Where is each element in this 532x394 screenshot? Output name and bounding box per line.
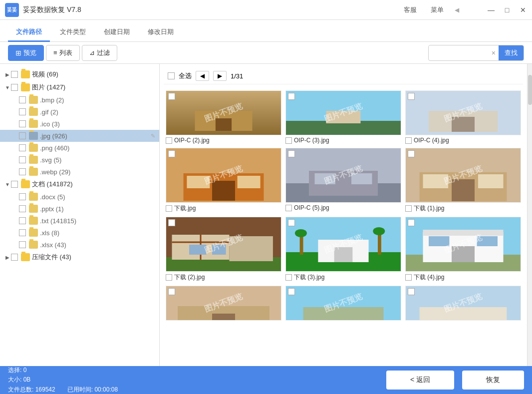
filter-btn[interactable]: ⊿ 过滤 <box>82 45 117 61</box>
image-checkbox-10[interactable] <box>168 288 175 295</box>
sidebar-item-docx[interactable]: .docx (5) <box>0 191 159 203</box>
back-btn[interactable]: < 返回 <box>386 371 454 390</box>
image-thumbnail[interactable]: 图片不预览 <box>285 217 401 272</box>
checkbox-images[interactable] <box>11 84 18 91</box>
checkbox-zip[interactable] <box>11 254 18 261</box>
checkbox-xls[interactable] <box>19 229 26 236</box>
image-thumbnail[interactable]: 图片不预览 <box>166 90 281 135</box>
folder-icon-pptx <box>29 205 38 213</box>
checkbox-ico[interactable] <box>19 120 26 127</box>
scrollbar-thumb[interactable] <box>528 75 532 105</box>
image-checkbox-3[interactable] <box>408 93 415 100</box>
label-checkbox-4[interactable] <box>166 205 172 212</box>
sidebar-item-ico[interactable]: .ico (3) <box>0 118 159 130</box>
label-checkbox-6[interactable] <box>405 205 412 212</box>
checkbox-xlsx[interactable] <box>19 241 26 248</box>
sidebar-item-zip[interactable]: ▶ 压缩文件 (43) <box>0 251 159 264</box>
label-checkbox-1[interactable] <box>166 137 172 144</box>
sidebar-label-docx: .docx (5) <box>40 193 65 201</box>
list-label: 列表 <box>59 48 72 57</box>
sidebar-item-jpg[interactable]: .jpg (926) ✎ <box>0 130 159 142</box>
image-thumbnail[interactable]: 图片不预览 <box>405 90 521 135</box>
image-thumbnail[interactable]: 图片不预览 <box>166 148 281 203</box>
checkbox-bmp[interactable] <box>19 96 26 103</box>
label-checkbox-7[interactable] <box>166 274 172 281</box>
image-thumbnail[interactable]: 图片不预览 <box>405 217 521 272</box>
image-checkbox-9[interactable] <box>408 219 415 226</box>
image-checkbox-5[interactable] <box>288 150 295 157</box>
checkbox-pptx[interactable] <box>19 205 26 212</box>
image-thumbnail[interactable]: 图片不预览 <box>405 286 521 321</box>
tab-modify-date[interactable]: 修改日期 <box>140 23 182 42</box>
sidebar-item-webp[interactable]: .webp (29) <box>0 166 159 178</box>
svg-rect-38 <box>189 245 207 255</box>
image-checkbox-6[interactable] <box>408 150 415 157</box>
image-thumbnail[interactable]: 图片不预览 <box>285 286 401 321</box>
sidebar-item-pptx[interactable]: .pptx (1) <box>0 203 159 215</box>
image-checkbox-8[interactable] <box>288 219 295 226</box>
restore-btn[interactable]: 恢复 <box>462 371 524 390</box>
svg-rect-44 <box>334 247 353 262</box>
image-checkbox-1[interactable] <box>168 93 175 100</box>
sidebar-item-gif[interactable]: .gif (2) <box>0 106 159 118</box>
checkbox-webp[interactable] <box>19 168 26 175</box>
filter-icon: ⊿ <box>89 49 95 56</box>
image-grid: 图片不预览 OIP-C (2).jpg 图片不预览 <box>164 88 523 323</box>
close-btn[interactable]: ✕ <box>519 6 527 14</box>
checkbox-png[interactable] <box>19 144 26 151</box>
image-checkbox-2[interactable] <box>288 93 295 100</box>
folder-icon-gif <box>29 108 38 116</box>
image-thumbnail[interactable]: 图片不预览 <box>285 148 401 203</box>
sidebar-item-docs[interactable]: ▼ 文档 (141872) <box>0 178 159 191</box>
prev-page-btn[interactable]: ◀ <box>196 71 209 81</box>
tab-file-type[interactable]: 文件类型 <box>52 23 94 42</box>
label-checkbox-2[interactable] <box>285 137 292 144</box>
checkbox-gif[interactable] <box>19 108 26 115</box>
sidebar-item-png[interactable]: .png (460) <box>0 142 159 154</box>
label-checkbox-5[interactable] <box>285 205 292 211</box>
sidebar-item-txt[interactable]: .txt (141815) <box>0 215 159 227</box>
image-checkbox-12[interactable] <box>408 288 415 295</box>
sidebar-item-bmp[interactable]: .bmp (2) <box>0 94 159 106</box>
sidebar-item-svg[interactable]: .svg (5) <box>0 154 159 166</box>
image-checkbox-4[interactable] <box>168 150 175 157</box>
checkbox-video[interactable] <box>11 71 18 78</box>
label-checkbox-3[interactable] <box>405 137 412 144</box>
tab-file-path[interactable]: 文件路径 <box>8 23 50 42</box>
image-checkbox-7[interactable] <box>168 219 175 226</box>
checkbox-jpg[interactable] <box>19 132 26 139</box>
label-checkbox-8[interactable] <box>285 274 292 281</box>
sidebar-item-xls[interactable]: .xls (8) <box>0 227 159 239</box>
list-view-btn[interactable]: ≡ 列表 <box>46 45 80 61</box>
select-all-checkbox[interactable] <box>168 72 175 79</box>
sidebar-item-images[interactable]: ▼ 图片 (1427) <box>0 81 159 94</box>
image-thumbnail[interactable]: 图片不预览 <box>166 286 281 321</box>
sidebar: ▶ 视频 (69) ▼ 图片 (1427) .bmp (2) .gif (2) <box>0 64 160 366</box>
scrollbar-track[interactable] <box>527 64 532 366</box>
image-thumbnail[interactable]: 图片不预览 <box>405 148 521 203</box>
find-btn[interactable]: 查找 <box>499 45 524 60</box>
expand-arrow-images: ▼ <box>4 85 11 90</box>
checkbox-svg[interactable] <box>19 156 26 163</box>
sidebar-item-video[interactable]: ▶ 视频 (69) <box>0 68 159 81</box>
checkbox-txt[interactable] <box>19 217 26 224</box>
minimize-btn[interactable]: — <box>487 6 495 14</box>
clear-search-icon[interactable]: × <box>489 47 499 59</box>
customer-service-btn[interactable]: 客服 <box>401 4 420 15</box>
preview-view-btn[interactable]: ⊞ 预览 <box>8 45 44 61</box>
image-checkbox-11[interactable] <box>288 288 295 295</box>
search-input[interactable] <box>429 46 489 59</box>
image-thumbnail[interactable]: 图片不预览 <box>285 90 401 135</box>
tab-create-date[interactable]: 创建日期 <box>96 23 138 42</box>
menu-btn[interactable]: 菜单 <box>428 4 447 15</box>
checkbox-docs[interactable] <box>11 181 18 188</box>
sidebar-item-xlsx[interactable]: .xlsx (43) <box>0 239 159 251</box>
sidebar-label-docs: 文档 (141872) <box>32 180 73 189</box>
maximize-btn[interactable]: □ <box>503 6 511 14</box>
next-page-btn[interactable]: ▶ <box>213 71 227 81</box>
search-box: × 查找 <box>428 45 524 61</box>
label-checkbox-9[interactable] <box>405 274 412 281</box>
image-thumbnail[interactable]: 图片不预览 <box>166 217 281 272</box>
checkbox-docx[interactable] <box>19 193 26 200</box>
image-label-5: OIP-C (5).jpg <box>285 204 401 211</box>
